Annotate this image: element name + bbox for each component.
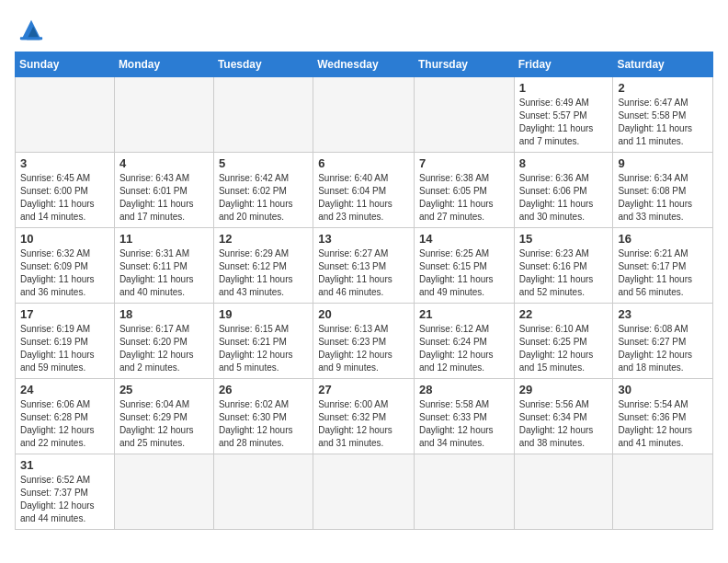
day-info: Sunrise: 6:45 AM Sunset: 6:00 PM Dayligh… <box>20 172 109 224</box>
day-info: Sunrise: 6:31 AM Sunset: 6:11 PM Dayligh… <box>119 247 209 299</box>
day-number: 19 <box>219 307 308 321</box>
day-info: Sunrise: 6:21 AM Sunset: 6:17 PM Dayligh… <box>618 247 708 299</box>
calendar-cell: 30Sunrise: 5:54 AM Sunset: 6:36 PM Dayli… <box>613 379 713 454</box>
calendar-cell: 4Sunrise: 6:43 AM Sunset: 6:01 PM Daylig… <box>114 153 213 228</box>
day-number: 13 <box>318 232 409 246</box>
day-number: 11 <box>119 232 209 246</box>
day-info: Sunrise: 6:08 AM Sunset: 6:27 PM Dayligh… <box>618 323 708 374</box>
calendar-cell: 12Sunrise: 6:29 AM Sunset: 6:12 PM Dayli… <box>213 228 313 304</box>
calendar-cell: 24Sunrise: 6:06 AM Sunset: 6:28 PM Dayli… <box>16 379 115 454</box>
day-number: 4 <box>119 156 209 170</box>
day-number: 23 <box>618 307 708 321</box>
day-header-monday: Monday <box>114 52 213 77</box>
day-info: Sunrise: 6:10 AM Sunset: 6:25 PM Dayligh… <box>519 323 609 374</box>
calendar-cell: 19Sunrise: 6:15 AM Sunset: 6:21 PM Dayli… <box>213 304 313 379</box>
calendar-cell: 25Sunrise: 6:04 AM Sunset: 6:29 PM Dayli… <box>114 379 213 454</box>
calendar-cell: 5Sunrise: 6:42 AM Sunset: 6:02 PM Daylig… <box>213 153 313 228</box>
calendar-cell <box>414 454 514 530</box>
calendar-cell: 17Sunrise: 6:19 AM Sunset: 6:19 PM Dayli… <box>16 304 115 379</box>
day-number: 8 <box>519 156 609 170</box>
day-info: Sunrise: 6:29 AM Sunset: 6:12 PM Dayligh… <box>219 247 308 299</box>
day-number: 5 <box>219 156 308 170</box>
day-number: 1 <box>519 81 609 95</box>
day-number: 24 <box>20 383 109 396</box>
calendar-week-row: 17Sunrise: 6:19 AM Sunset: 6:19 PM Dayli… <box>16 304 713 379</box>
day-number: 29 <box>519 383 609 396</box>
day-header-sunday: Sunday <box>16 52 115 77</box>
day-info: Sunrise: 6:36 AM Sunset: 6:06 PM Dayligh… <box>519 172 609 224</box>
day-header-saturday: Saturday <box>613 52 713 77</box>
day-info: Sunrise: 6:00 AM Sunset: 6:32 PM Dayligh… <box>318 398 409 450</box>
calendar-cell <box>313 454 415 530</box>
calendar-week-row: 1Sunrise: 6:49 AM Sunset: 5:57 PM Daylig… <box>16 77 713 153</box>
day-header-tuesday: Tuesday <box>213 52 313 77</box>
calendar-cell: 18Sunrise: 6:17 AM Sunset: 6:20 PM Dayli… <box>114 304 213 379</box>
calendar-cell <box>114 77 213 153</box>
day-number: 27 <box>318 383 409 396</box>
day-number: 21 <box>419 307 509 321</box>
day-number: 28 <box>419 383 509 396</box>
calendar-cell <box>114 454 213 530</box>
calendar-cell: 14Sunrise: 6:25 AM Sunset: 6:15 PM Dayli… <box>414 228 514 304</box>
day-info: Sunrise: 6:38 AM Sunset: 6:05 PM Dayligh… <box>419 172 509 224</box>
day-info: Sunrise: 6:43 AM Sunset: 6:01 PM Dayligh… <box>119 172 209 224</box>
day-info: Sunrise: 6:17 AM Sunset: 6:20 PM Dayligh… <box>119 323 209 374</box>
day-number: 2 <box>618 81 708 95</box>
calendar-cell: 11Sunrise: 6:31 AM Sunset: 6:11 PM Dayli… <box>114 228 213 304</box>
calendar-cell: 7Sunrise: 6:38 AM Sunset: 6:05 PM Daylig… <box>414 153 514 228</box>
day-info: Sunrise: 6:42 AM Sunset: 6:02 PM Dayligh… <box>219 172 308 224</box>
calendar-cell: 6Sunrise: 6:40 AM Sunset: 6:04 PM Daylig… <box>313 153 415 228</box>
calendar-cell: 16Sunrise: 6:21 AM Sunset: 6:17 PM Dayli… <box>613 228 713 304</box>
day-number: 30 <box>618 383 708 396</box>
day-number: 20 <box>318 307 409 321</box>
day-info: Sunrise: 6:49 AM Sunset: 5:57 PM Dayligh… <box>519 97 609 148</box>
calendar-cell: 20Sunrise: 6:13 AM Sunset: 6:23 PM Dayli… <box>313 304 415 379</box>
calendar-cell: 1Sunrise: 6:49 AM Sunset: 5:57 PM Daylig… <box>514 77 613 153</box>
calendar-cell <box>414 77 514 153</box>
calendar-cell <box>313 77 415 153</box>
calendar-cell: 21Sunrise: 6:12 AM Sunset: 6:24 PM Dayli… <box>414 304 514 379</box>
day-number: 18 <box>119 307 209 321</box>
calendar-cell <box>213 454 313 530</box>
calendar-cell: 9Sunrise: 6:34 AM Sunset: 6:08 PM Daylig… <box>613 153 713 228</box>
day-number: 6 <box>318 156 409 170</box>
day-info: Sunrise: 6:34 AM Sunset: 6:08 PM Dayligh… <box>618 172 708 224</box>
calendar-cell: 2Sunrise: 6:47 AM Sunset: 5:58 PM Daylig… <box>613 77 713 153</box>
day-info: Sunrise: 6:52 AM Sunset: 7:37 PM Dayligh… <box>20 474 109 525</box>
svg-rect-2 <box>20 37 42 40</box>
day-number: 3 <box>20 156 109 170</box>
calendar-cell: 10Sunrise: 6:32 AM Sunset: 6:09 PM Dayli… <box>16 228 115 304</box>
calendar-week-row: 31Sunrise: 6:52 AM Sunset: 7:37 PM Dayli… <box>16 454 713 530</box>
logo <box>15 15 51 42</box>
calendar-week-row: 24Sunrise: 6:06 AM Sunset: 6:28 PM Dayli… <box>16 379 713 454</box>
day-info: Sunrise: 6:13 AM Sunset: 6:23 PM Dayligh… <box>318 323 409 374</box>
calendar-cell: 13Sunrise: 6:27 AM Sunset: 6:13 PM Dayli… <box>313 228 415 304</box>
calendar-cell <box>514 454 613 530</box>
calendar-header-row: SundayMondayTuesdayWednesdayThursdayFrid… <box>16 52 713 77</box>
calendar-cell <box>16 77 115 153</box>
calendar-cell <box>613 454 713 530</box>
day-info: Sunrise: 6:27 AM Sunset: 6:13 PM Dayligh… <box>318 247 409 299</box>
day-number: 10 <box>20 232 109 246</box>
calendar-cell: 29Sunrise: 5:56 AM Sunset: 6:34 PM Dayli… <box>514 379 613 454</box>
day-info: Sunrise: 5:58 AM Sunset: 6:33 PM Dayligh… <box>419 398 509 450</box>
day-info: Sunrise: 6:15 AM Sunset: 6:21 PM Dayligh… <box>219 323 308 374</box>
day-number: 26 <box>219 383 308 396</box>
day-number: 9 <box>618 156 708 170</box>
day-info: Sunrise: 6:25 AM Sunset: 6:15 PM Dayligh… <box>419 247 509 299</box>
day-number: 31 <box>20 458 109 472</box>
calendar-cell <box>213 77 313 153</box>
day-info: Sunrise: 6:23 AM Sunset: 6:16 PM Dayligh… <box>519 247 609 299</box>
day-number: 22 <box>519 307 609 321</box>
day-info: Sunrise: 6:04 AM Sunset: 6:29 PM Dayligh… <box>119 398 209 450</box>
calendar-cell: 3Sunrise: 6:45 AM Sunset: 6:00 PM Daylig… <box>16 153 115 228</box>
day-number: 16 <box>618 232 708 246</box>
calendar-table: SundayMondayTuesdayWednesdayThursdayFrid… <box>15 52 713 530</box>
day-number: 25 <box>119 383 209 396</box>
day-info: Sunrise: 6:02 AM Sunset: 6:30 PM Dayligh… <box>219 398 308 450</box>
calendar-week-row: 10Sunrise: 6:32 AM Sunset: 6:09 PM Dayli… <box>16 228 713 304</box>
day-number: 12 <box>219 232 308 246</box>
page-header <box>15 15 713 42</box>
day-info: Sunrise: 5:54 AM Sunset: 6:36 PM Dayligh… <box>618 398 708 450</box>
calendar-cell: 8Sunrise: 6:36 AM Sunset: 6:06 PM Daylig… <box>514 153 613 228</box>
